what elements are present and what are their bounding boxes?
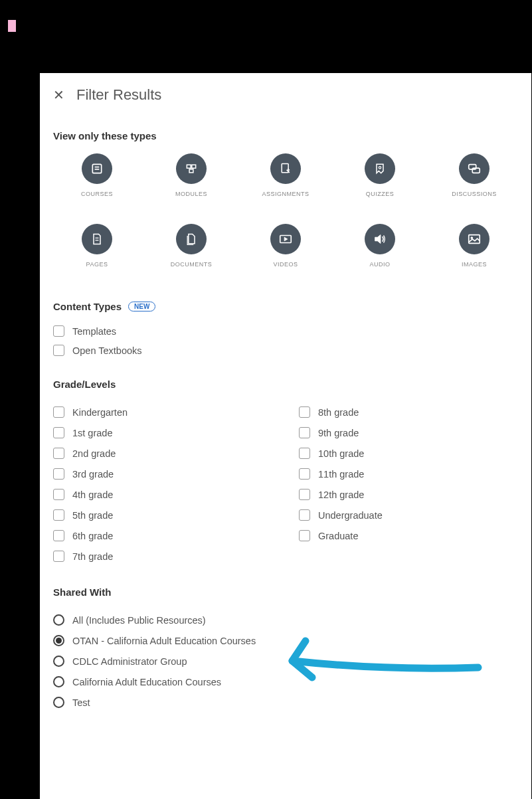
radio-icon (53, 697, 64, 708)
radio-label: CDLC Administrator Group (72, 656, 187, 667)
type-quizzes[interactable]: QUIZZES (336, 153, 424, 197)
radio-icon (53, 635, 64, 646)
type-audio[interactable]: AUDIO (336, 224, 424, 268)
grade-levels-label: Grade/Levels (53, 379, 518, 390)
checkbox-icon (299, 427, 310, 438)
type-label: MODULES (175, 191, 207, 197)
type-modules[interactable]: MODULES (147, 153, 235, 197)
filter-panel: ✕ Filter Results View only these types C… (40, 73, 531, 799)
type-discussions[interactable]: DISCUSSIONS (430, 153, 518, 197)
checkbox-icon (299, 468, 310, 480)
checkbox-icon (299, 509, 310, 521)
radio-icon (53, 656, 64, 667)
discussions-icon (459, 153, 489, 184)
svg-rect-4 (192, 165, 196, 168)
checkbox-label: 4th grade (72, 489, 113, 500)
grade-checkbox[interactable]: 4th grade (53, 484, 272, 505)
documents-icon (176, 224, 207, 254)
grade-checkbox[interactable]: 8th grade (299, 402, 518, 422)
checkbox-label: 1st grade (72, 428, 112, 438)
content-types-header: Content Types NEW (53, 301, 518, 312)
type-label: IMAGES (462, 261, 487, 268)
checkbox-icon (53, 530, 64, 541)
svg-rect-5 (189, 169, 193, 173)
grade-levels-grid: Kindergarten1st grade2nd grade3rd grade4… (53, 402, 518, 567)
grade-checkbox[interactable]: 6th grade (53, 525, 272, 546)
checkbox-icon (53, 448, 64, 459)
type-documents[interactable]: DOCUMENTS (147, 224, 235, 268)
checkbox-label: 6th grade (72, 531, 113, 541)
grade-checkbox[interactable]: 2nd grade (53, 443, 272, 464)
checkbox-label: 10th grade (318, 448, 364, 459)
grade-checkbox[interactable]: Kindergarten (53, 402, 272, 422)
new-badge: NEW (128, 302, 155, 311)
grade-checkbox[interactable]: 3rd grade (53, 464, 272, 484)
checkbox-icon (299, 448, 310, 459)
grade-checkbox[interactable]: 11th grade (299, 464, 518, 484)
type-label: DISCUSSIONS (452, 191, 497, 197)
radio-icon (53, 614, 64, 626)
types-section-label: View only these types (53, 130, 518, 141)
type-grid: COURSES MODULES ASSIGNMENTS QUIZZES (53, 153, 518, 268)
checkbox-label: Templates (72, 326, 116, 337)
type-videos[interactable]: VIDEOS (242, 224, 329, 268)
checkbox-icon (53, 509, 64, 521)
checkbox-icon (53, 427, 64, 438)
shared-with-option[interactable]: California Adult Education Courses (53, 671, 518, 692)
radio-label: All (Includes Public Resources) (72, 615, 206, 626)
panel-header: ✕ Filter Results (53, 86, 518, 104)
type-label: DOCUMENTS (171, 261, 213, 268)
content-types-label: Content Types (53, 301, 122, 312)
type-label: ASSIGNMENTS (262, 191, 309, 197)
shared-with-option[interactable]: All (Includes Public Resources) (53, 610, 518, 630)
grade-checkbox[interactable]: 12th grade (299, 484, 518, 505)
checkbox-icon (53, 406, 64, 418)
grade-checkbox[interactable]: 1st grade (53, 422, 272, 443)
modules-icon (176, 153, 207, 184)
checkbox-icon (53, 551, 64, 562)
checkbox-label: Graduate (318, 531, 358, 541)
type-images[interactable]: IMAGES (430, 224, 518, 268)
quizzes-icon (365, 153, 395, 184)
courses-icon (82, 153, 112, 184)
checkbox-icon (299, 530, 310, 541)
content-types-list: Templates Open Textbooks (53, 321, 518, 360)
grade-checkbox[interactable]: Undergraduate (299, 505, 518, 525)
checkbox-templates[interactable]: Templates (53, 321, 518, 341)
grade-checkbox[interactable]: 9th grade (299, 422, 518, 443)
checkbox-label: 3rd grade (72, 469, 114, 480)
audio-icon (365, 224, 395, 254)
close-icon[interactable]: ✕ (53, 88, 64, 102)
checkbox-icon (53, 325, 64, 337)
type-label: PAGES (86, 261, 108, 268)
grade-checkbox[interactable]: 10th grade (299, 443, 518, 464)
assignments-icon (270, 153, 301, 184)
radio-label: OTAN - California Adult Education Course… (72, 636, 256, 646)
checkbox-label: 7th grade (72, 551, 113, 562)
panel-title: Filter Results (76, 86, 161, 104)
checkbox-icon (53, 489, 64, 500)
grade-checkbox[interactable]: Graduate (299, 525, 518, 546)
shared-with-label: Shared With (53, 586, 518, 598)
grade-checkbox[interactable]: 5th grade (53, 505, 272, 525)
type-courses[interactable]: COURSES (53, 153, 141, 197)
checkbox-label: 12th grade (318, 489, 364, 500)
type-assignments[interactable]: ASSIGNMENTS (242, 153, 329, 197)
radio-icon (53, 676, 64, 687)
svg-point-7 (379, 167, 381, 169)
pages-icon (82, 224, 112, 254)
videos-icon (270, 224, 301, 254)
grade-col-2: 8th grade9th grade10th grade11th grade12… (299, 402, 518, 567)
type-label: QUIZZES (366, 191, 395, 197)
radio-label: Test (72, 697, 90, 708)
type-label: VIDEOS (273, 261, 298, 268)
type-pages[interactable]: PAGES (53, 224, 141, 268)
shared-with-option[interactable]: Test (53, 692, 518, 713)
shared-with-option[interactable]: CDLC Administrator Group (53, 651, 518, 671)
checkbox-label: 8th grade (318, 407, 359, 418)
grade-checkbox[interactable]: 7th grade (53, 546, 272, 567)
checkbox-label: 5th grade (72, 510, 113, 521)
checkbox-open-textbooks[interactable]: Open Textbooks (53, 341, 518, 360)
checkbox-label: 11th grade (318, 469, 364, 480)
shared-with-option[interactable]: OTAN - California Adult Education Course… (53, 630, 518, 651)
